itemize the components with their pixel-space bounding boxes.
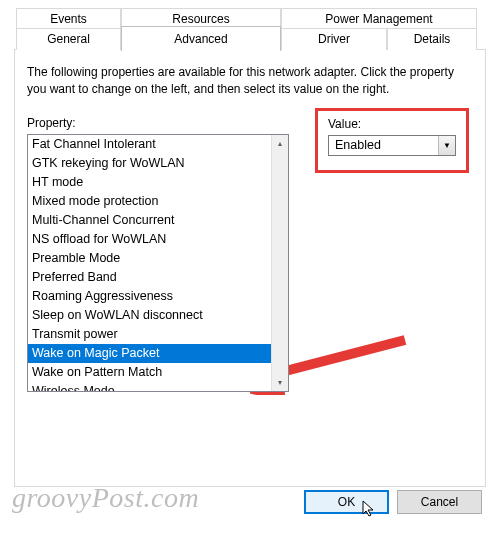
cancel-button[interactable]: Cancel [397,490,482,514]
list-item[interactable]: Wake on Magic Packet [28,344,271,363]
list-item[interactable]: Wireless Mode [28,382,271,391]
property-listbox[interactable]: Fat Channel IntolerantGTK rekeying for W… [27,134,289,392]
description-text: The following properties are available f… [27,64,469,98]
properties-dialog: Events Resources Power Management Genera… [0,0,500,487]
list-item[interactable]: Roaming Aggressiveness [28,287,271,306]
tab-driver[interactable]: Driver [281,28,387,50]
scrollbar[interactable]: ▴ ▾ [271,135,288,391]
list-item[interactable]: NS offload for WoWLAN [28,230,271,249]
tab-details[interactable]: Details [387,28,477,50]
list-item[interactable]: Wake on Pattern Match [28,363,271,382]
scroll-track[interactable] [272,152,288,374]
triangle-down-icon: ▼ [443,141,451,150]
tab-content-advanced: The following properties are available f… [14,49,486,487]
tab-events[interactable]: Events [16,8,121,29]
chevron-up-icon: ▴ [278,139,282,148]
dropdown-button[interactable]: ▼ [438,136,455,155]
tab-power-management[interactable]: Power Management [281,8,477,29]
list-item[interactable]: Preferred Band [28,268,271,287]
chevron-down-icon: ▾ [278,378,282,387]
value-highlight-box: Value: Enabled ▼ [315,108,469,173]
list-item[interactable]: Sleep on WoWLAN disconnect [28,306,271,325]
value-selected: Enabled [329,138,438,152]
list-item[interactable]: Fat Channel Intolerant [28,135,271,154]
list-item[interactable]: Mixed mode protection [28,192,271,211]
scroll-down-button[interactable]: ▾ [272,374,288,391]
dialog-buttons: OK Cancel [304,490,482,514]
ok-button[interactable]: OK [304,490,389,514]
list-item[interactable]: HT mode [28,173,271,192]
property-label: Property: [27,116,289,130]
list-item[interactable]: Preamble Mode [28,249,271,268]
tab-strip: Events Resources Power Management Genera… [14,8,486,50]
list-item[interactable]: Transmit power [28,325,271,344]
tab-general[interactable]: General [16,28,121,50]
value-dropdown[interactable]: Enabled ▼ [328,135,456,156]
list-item[interactable]: GTK rekeying for WoWLAN [28,154,271,173]
list-item[interactable]: Multi-Channel Concurrent [28,211,271,230]
value-label: Value: [328,117,456,131]
tab-advanced[interactable]: Advanced [121,26,281,51]
scroll-up-button[interactable]: ▴ [272,135,288,152]
